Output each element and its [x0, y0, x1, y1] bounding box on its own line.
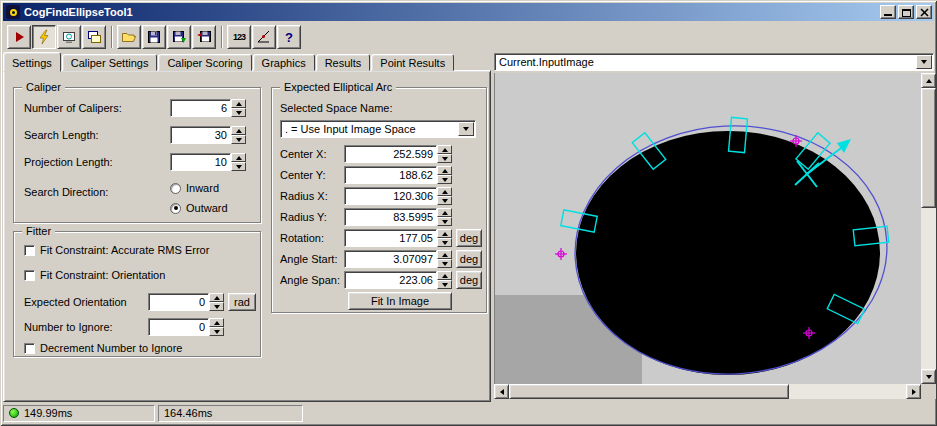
search-length-input[interactable] — [170, 126, 231, 144]
dropdown-button[interactable] — [458, 122, 474, 136]
image-display-button[interactable] — [57, 25, 81, 49]
scroll-up-button[interactable] — [921, 73, 936, 88]
scroll-right-button[interactable] — [906, 384, 921, 399]
maximize-button[interactable] — [898, 5, 914, 19]
run-icon — [11, 29, 27, 45]
spin-up-button[interactable] — [437, 250, 452, 259]
search-direction-inward-option[interactable]: Inward — [170, 182, 219, 194]
rad-unit-button[interactable]: rad — [228, 293, 256, 311]
radius-x-label: Radius X: — [280, 190, 328, 202]
radius-y-input[interactable] — [344, 208, 437, 226]
tab-graphics[interactable]: Graphics — [253, 54, 315, 71]
number-of-calipers-input[interactable] — [170, 99, 231, 117]
toolbar-separator — [221, 26, 223, 48]
tab-settings[interactable]: Settings — [3, 52, 61, 72]
title-bar: CogFindEllipseTool1 — [3, 3, 934, 21]
orientation-constraint-option[interactable]: Fit Constraint: Orientation — [24, 269, 165, 281]
vertical-scrollbar[interactable] — [921, 73, 936, 384]
orientation-constraint-checkbox[interactable] — [24, 270, 35, 281]
horizontal-scroll-thumb[interactable] — [509, 384, 789, 399]
rotation-deg-button[interactable]: deg — [456, 229, 482, 247]
deg-unit-label: deg — [460, 232, 478, 244]
status-bar: 149.99ms 164.46ms — [3, 403, 934, 423]
tab-strip: Settings Caliper Settings Caliper Scorin… — [3, 52, 455, 72]
spin-down-button[interactable] — [437, 238, 452, 247]
image-selector-combobox[interactable]: Current.InputImage — [494, 53, 934, 71]
space-name-combobox[interactable]: . = Use Input Image Space — [280, 120, 476, 138]
spin-down-button[interactable] — [437, 217, 452, 226]
tab-caliper-settings[interactable]: Caliper Settings — [62, 54, 158, 71]
minimize-button[interactable] — [880, 5, 896, 19]
numeric-format-button[interactable]: 123 — [227, 25, 251, 49]
spin-down-button[interactable] — [437, 259, 452, 268]
tab-caliper-scoring[interactable]: Caliper Scoring — [158, 54, 251, 71]
angle-start-input[interactable] — [344, 250, 437, 268]
spin-up-button[interactable] — [437, 145, 452, 154]
decrement-ignore-checkbox[interactable] — [24, 343, 35, 354]
rms-constraint-option[interactable]: Fit Constraint: Accurate RMS Error — [24, 244, 209, 256]
angle-start-deg-button[interactable]: deg — [456, 250, 482, 268]
spin-down-button[interactable] — [231, 135, 246, 144]
save-image-button[interactable] — [167, 25, 191, 49]
center-x-input[interactable] — [344, 145, 437, 163]
spin-up-button[interactable] — [231, 153, 246, 162]
spin-down-button[interactable] — [231, 162, 246, 171]
vertical-scroll-thumb[interactable] — [921, 88, 936, 208]
spin-up-button[interactable] — [231, 126, 246, 135]
outward-radio[interactable] — [170, 203, 181, 214]
center-y-input[interactable] — [344, 166, 437, 184]
expected-orientation-input[interactable] — [148, 293, 209, 311]
angle-tool-button[interactable] — [252, 25, 276, 49]
fit-in-image-button[interactable]: Fit In Image — [348, 292, 452, 310]
close-button[interactable] — [916, 5, 932, 19]
space-name-value: . = Use Input Image Space — [281, 123, 457, 135]
record-display-button[interactable] — [82, 25, 106, 49]
run-button[interactable] — [7, 25, 31, 49]
help-icon: ? — [285, 30, 293, 45]
spin-up-button[interactable] — [437, 208, 452, 217]
spin-down-button[interactable] — [209, 327, 224, 336]
rms-constraint-checkbox[interactable] — [24, 245, 35, 256]
number-to-ignore-input[interactable] — [148, 318, 209, 336]
spin-up-button[interactable] — [209, 318, 224, 327]
spin-up-button[interactable] — [209, 293, 224, 302]
spinner-buttons — [231, 126, 246, 144]
import-button[interactable] — [192, 25, 216, 49]
settings-tab-pane: Caliper Number of Calipers: Search Lengt… — [3, 70, 491, 402]
help-button[interactable]: ? — [277, 25, 301, 49]
spin-down-button[interactable] — [437, 280, 452, 289]
radius-x-input[interactable] — [344, 187, 437, 205]
angle-span-input[interactable] — [344, 271, 437, 289]
angle-span-deg-button[interactable]: deg — [456, 271, 482, 289]
fit-in-image-label: Fit In Image — [371, 295, 429, 307]
spin-up-button[interactable] — [437, 166, 452, 175]
projection-length-input[interactable] — [170, 153, 231, 171]
spin-down-button[interactable] — [437, 154, 452, 163]
horizontal-scrollbar[interactable] — [494, 384, 921, 399]
decrement-ignore-option[interactable]: Decrement Number to Ignore — [24, 342, 182, 354]
search-direction-outward-option[interactable]: Outward — [170, 202, 228, 214]
electric-run-toggle[interactable] — [32, 25, 56, 49]
spin-up-button[interactable] — [437, 187, 452, 196]
spin-down-button[interactable] — [209, 302, 224, 311]
tab-results[interactable]: Results — [316, 54, 371, 71]
center-y-spinner — [344, 166, 452, 184]
scroll-down-button[interactable] — [921, 369, 936, 384]
image-display[interactable] — [494, 73, 921, 384]
dropdown-button[interactable] — [916, 55, 932, 69]
deg-unit-label: deg — [460, 274, 478, 286]
spin-down-button[interactable] — [231, 108, 246, 117]
tab-point-results[interactable]: Point Results — [371, 54, 454, 71]
inward-radio[interactable] — [170, 183, 181, 194]
open-folder-icon — [121, 29, 137, 45]
spin-up-button[interactable] — [231, 99, 246, 108]
spin-up-button[interactable] — [437, 271, 452, 280]
rotation-input[interactable] — [344, 229, 437, 247]
spin-up-button[interactable] — [437, 229, 452, 238]
spinner-buttons — [209, 293, 224, 311]
open-button[interactable] — [117, 25, 141, 49]
save-button[interactable] — [142, 25, 166, 49]
scroll-left-button[interactable] — [494, 384, 509, 399]
spin-down-button[interactable] — [437, 196, 452, 205]
spin-down-button[interactable] — [437, 175, 452, 184]
